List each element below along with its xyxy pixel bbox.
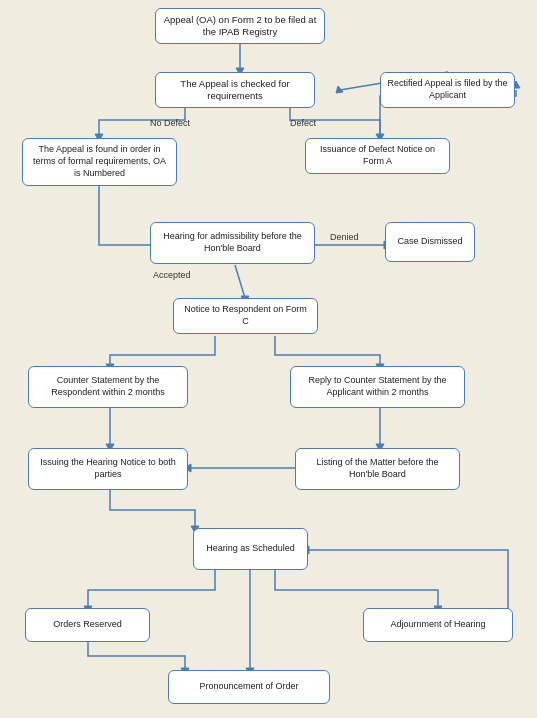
flowchart: Appeal (OA) on Form 2 to be filed at the… <box>0 0 537 718</box>
box-defect-notice: Issuance of Defect Notice on Form A <box>305 138 450 174</box>
svg-line-10 <box>235 265 245 298</box>
box-hearing-notice: Issuing the Hearing Notice to both parti… <box>28 448 188 490</box>
box-hearing-scheduled: Hearing as Scheduled <box>193 528 308 570</box>
box-listing-matter: Listing of the Matter before the Hon'ble… <box>295 448 460 490</box>
box-rectified-appeal: Rectified Appeal is filed by the Applica… <box>380 72 515 108</box>
box-case-dismissed: Case Dismissed <box>385 222 475 262</box>
box-appeal-filing: Appeal (OA) on Form 2 to be filed at the… <box>155 8 325 44</box>
box-appeal-checked: The Appeal is checked for requirements <box>155 72 315 108</box>
box-reply-counter: Reply to Counter Statement by the Applic… <box>290 366 465 408</box>
box-counter-statement: Counter Statement by the Respondent with… <box>28 366 188 408</box>
box-notice-respondent: Notice to Respondent on Form C <box>173 298 318 334</box>
label-defect: Defect <box>290 118 316 128</box>
box-orders-reserved: Orders Reserved <box>25 608 150 642</box>
box-appeal-order: The Appeal is found in order in terms of… <box>22 138 177 186</box>
box-hearing-admissibility: Hearing for admissibility before the Hon… <box>150 222 315 264</box>
box-pronouncement: Pronouncement of Order <box>168 670 330 704</box>
label-no-defect: No Defect <box>150 118 190 128</box>
svg-marker-6 <box>336 86 343 93</box>
label-denied: Denied <box>330 232 359 242</box>
label-accepted: Accepted <box>153 270 191 280</box>
box-adjournment: Adjournment of Hearing <box>363 608 513 642</box>
